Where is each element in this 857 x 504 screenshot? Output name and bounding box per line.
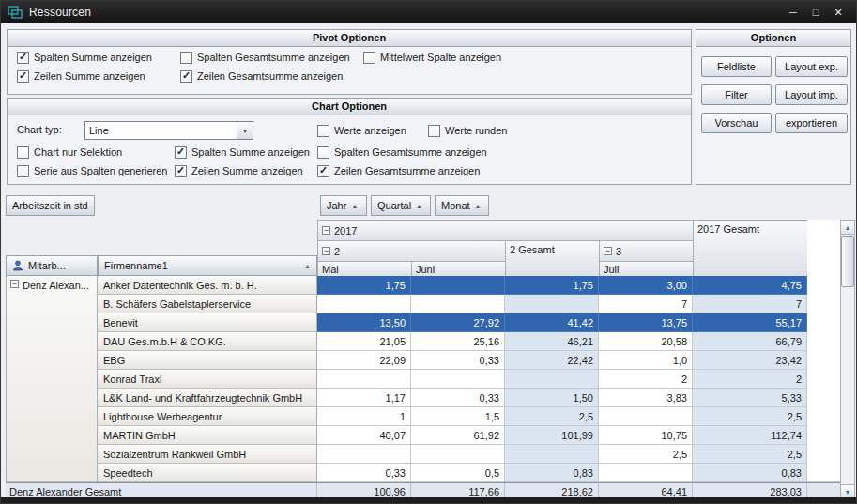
value-cell[interactable] <box>505 370 599 389</box>
value-cell[interactable]: 22,42 <box>505 351 599 370</box>
company-cell[interactable]: B. Schäfers Gabelstaplerservice <box>98 295 317 313</box>
scrollbar-thumb[interactable] <box>841 236 854 287</box>
company-cell[interactable]: DAU Ges.m.b.H & CO.KG. <box>98 332 317 351</box>
value-cell[interactable]: 0,83 <box>693 464 807 482</box>
value-cell[interactable] <box>411 276 505 295</box>
company-cell[interactable]: Konrad Traxl <box>98 370 317 389</box>
value-cell[interactable]: 55,17 <box>693 313 807 332</box>
company-cell[interactable]: Lighthouse Werbeagentur <box>98 407 317 426</box>
value-cell[interactable]: 20,58 <box>599 332 693 351</box>
row-group-denz-alexander[interactable]: − Denz Alexan... <box>6 276 98 482</box>
checkbox-chart-zeilen-summe[interactable]: ✓ Zeilen Summe anzeigen <box>175 164 303 177</box>
value-cell[interactable]: 46,21 <box>505 332 599 351</box>
value-cell[interactable]: 13,75 <box>599 313 693 332</box>
value-cell[interactable]: 1,0 <box>599 351 693 370</box>
value-cell[interactable]: 0,33 <box>317 464 411 482</box>
value-cell[interactable]: 0,33 <box>411 389 505 407</box>
company-cell[interactable]: L&K Land- und Kraftfahrzeugtechnik GmbH <box>98 389 317 407</box>
value-cell[interactable] <box>411 445 505 464</box>
value-cell[interactable]: 1,5 <box>411 407 505 426</box>
value-cell[interactable]: 2,5 <box>505 407 599 426</box>
header-quarter-2-total[interactable]: 2 Gesamt <box>506 241 600 277</box>
checkbox-zeilen-gesamtsumme[interactable]: ✓ Zeilen Gesamtsumme anzeigen <box>180 69 343 83</box>
checkbox-mittelwert-spalte[interactable]: Mittelwert Spalte anzeigen <box>363 51 501 64</box>
value-cell[interactable] <box>317 295 411 313</box>
layout-imp-button[interactable]: Layout imp. <box>775 84 848 105</box>
header-quarter-2[interactable]: − 2 <box>318 241 506 262</box>
value-cell[interactable]: 3,00 <box>599 276 693 295</box>
data-field-button[interactable]: Arbeitszeit in std <box>6 195 95 216</box>
title-bar[interactable]: Ressourcen ─ □ ✕ <box>1 1 856 23</box>
value-cell[interactable] <box>505 445 599 464</box>
company-cell[interactable]: Speedtech <box>98 464 317 482</box>
scroll-up-icon[interactable]: ▲ <box>841 221 854 235</box>
row-field-mitarbeiter[interactable]: Mitarb... <box>6 255 98 276</box>
value-cell[interactable] <box>505 295 599 313</box>
value-cell[interactable]: 5,33 <box>693 389 807 407</box>
value-cell[interactable] <box>317 370 411 389</box>
company-cell[interactable]: MARTIN GmbH <box>98 426 317 445</box>
column-field-monat[interactable]: Monat ▲ <box>435 195 489 216</box>
value-cell[interactable]: 1 <box>317 407 411 426</box>
value-cell[interactable]: 25,16 <box>411 332 505 351</box>
checkbox-zeilen-summe[interactable]: ✓ Zeilen Summe anzeigen <box>17 69 145 83</box>
value-cell[interactable]: 1,75 <box>505 276 599 295</box>
value-cell[interactable]: 21,05 <box>317 332 411 351</box>
maximize-icon[interactable]: □ <box>804 7 827 18</box>
value-cell[interactable]: 101,99 <box>505 426 599 445</box>
value-cell[interactable] <box>599 464 693 482</box>
value-cell[interactable]: 23,42 <box>693 351 807 370</box>
column-field-jahr[interactable]: Jahr ▲ <box>320 195 367 216</box>
company-cell[interactable]: Anker Datentechnik Ges. m. b. H. <box>98 276 317 295</box>
value-cell[interactable]: 2 <box>599 370 693 389</box>
checkbox-werte-runden[interactable]: Werte runden <box>428 124 507 137</box>
header-quarter-3[interactable]: − 3 <box>600 241 694 262</box>
value-cell[interactable]: 61,92 <box>411 426 505 445</box>
vorschau-button[interactable]: Vorschau <box>701 113 772 133</box>
value-cell[interactable]: 13,50 <box>317 313 411 332</box>
value-cell[interactable]: 27,92 <box>411 313 505 332</box>
value-cell[interactable] <box>599 407 693 426</box>
scroll-down-icon[interactable]: ▼ <box>841 484 854 498</box>
value-cell[interactable]: 112,74 <box>693 426 807 445</box>
checkbox-chart-spalten-gesamtsumme[interactable]: Spalten Gesamtsumme anzeigen <box>317 145 487 159</box>
chevron-down-icon[interactable]: ▼ <box>237 122 253 139</box>
checkbox-chart-spalten-summe[interactable]: ✓ Spalten Summe anzeigen <box>175 145 310 159</box>
value-cell[interactable]: 10,75 <box>599 426 693 445</box>
value-cell[interactable]: 1,50 <box>505 389 599 407</box>
value-cell[interactable] <box>411 370 505 389</box>
close-icon[interactable]: ✕ <box>827 7 849 19</box>
checkbox-werte-anzeigen[interactable]: Werte anzeigen <box>317 124 406 137</box>
value-cell[interactable]: 3,83 <box>599 389 693 407</box>
value-cell[interactable] <box>317 445 411 464</box>
filter-button[interactable]: Filter <box>701 84 772 105</box>
value-cell[interactable]: 40,07 <box>317 426 411 445</box>
chart-type-select[interactable]: Line ▼ <box>84 121 253 140</box>
value-cell[interactable] <box>411 295 505 313</box>
value-cell[interactable]: 22,09 <box>317 351 411 370</box>
header-month-juni[interactable]: Juni <box>412 262 506 277</box>
minimize-icon[interactable]: ─ <box>782 7 804 18</box>
checkbox-spalten-summe[interactable]: ✓ Spalten Summe anzeigen <box>17 51 152 64</box>
checkbox-chart-zeilen-gesamtsumme[interactable]: ✓ Zeilen Gesamtsumme anzeigen <box>317 164 480 177</box>
value-cell[interactable]: 2 <box>693 370 807 389</box>
company-cell[interactable]: EBG <box>98 351 317 370</box>
collapse-icon[interactable]: − <box>322 247 330 255</box>
checkbox-spalten-gesamtsumme[interactable]: Spalten Gesamtsumme anzeigen <box>180 51 350 64</box>
checkbox-chart-nur-selektion[interactable]: Chart nur Selektion <box>17 145 122 159</box>
exportieren-button[interactable]: exportieren <box>775 113 848 133</box>
value-cell[interactable]: 2,5 <box>693 407 807 426</box>
collapse-icon[interactable]: − <box>322 226 330 235</box>
company-cell[interactable]: Benevit <box>98 313 317 332</box>
value-cell[interactable]: 0,5 <box>411 464 505 482</box>
value-cell[interactable]: 1,17 <box>317 389 411 407</box>
value-cell[interactable]: 66,79 <box>693 332 807 351</box>
value-cell[interactable]: 7 <box>599 295 693 313</box>
company-cell[interactable]: Sozialzentrum Rankweil GmbH <box>98 445 317 464</box>
value-cell[interactable]: 7 <box>693 295 807 313</box>
layout-exp-button[interactable]: Layout exp. <box>775 56 848 77</box>
value-cell[interactable]: 4,75 <box>693 276 807 295</box>
header-month-mai[interactable]: Mai <box>318 262 412 277</box>
value-cell[interactable]: 2,5 <box>599 445 693 464</box>
value-cell[interactable]: 41,42 <box>505 313 599 332</box>
